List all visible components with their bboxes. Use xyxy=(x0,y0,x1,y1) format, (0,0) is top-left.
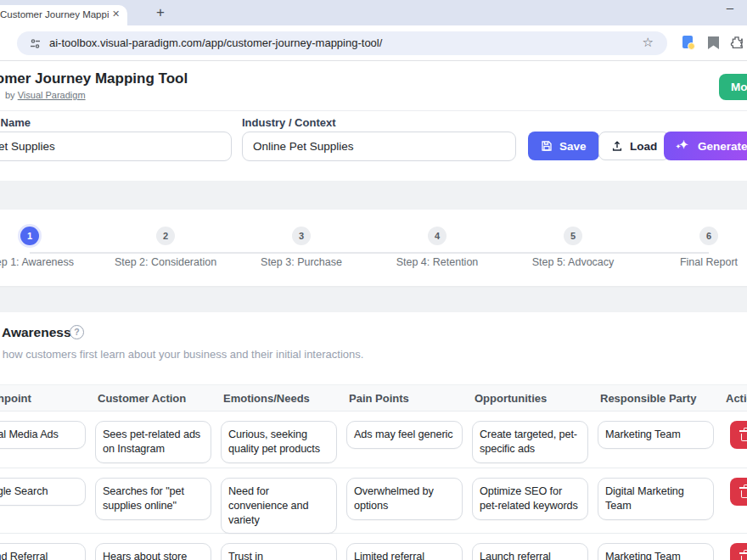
step-4-retention[interactable]: 4 Step 4: Retention xyxy=(369,227,505,268)
upload-icon xyxy=(611,140,623,152)
table-row: Google Search Searches for "pet supplies… xyxy=(0,468,747,534)
new-tab-button[interactable]: + xyxy=(149,2,171,24)
name-input[interactable] xyxy=(0,132,232,161)
pain-points-cell[interactable]: Limited referral xyxy=(346,543,463,560)
extension-icon[interactable] xyxy=(680,35,697,52)
emotions-cell[interactable]: Curious, seeking quality pet products xyxy=(221,421,337,463)
col-opportunities: Opportunities xyxy=(472,385,598,411)
opportunities-cell[interactable]: Create targeted, pet-specific ads xyxy=(472,421,588,463)
stage-card: Awareness ? See how customers first lear… xyxy=(0,312,747,560)
step-6-final-report[interactable]: 6 Final Report xyxy=(641,227,747,268)
step-3-purchase[interactable]: 3 Step 3: Purchase xyxy=(233,227,369,268)
tab-close-icon[interactable]: ✕ xyxy=(112,8,120,20)
table-header-row: Touchpoint Customer Action Emotions/Need… xyxy=(0,384,747,412)
tab-title: Customer Journey Mapping Tool xyxy=(0,9,109,20)
pain-points-cell[interactable]: Overwhelmed by options xyxy=(346,478,463,520)
touchpoint-cell[interactable]: Google Search xyxy=(0,478,86,506)
section-gap xyxy=(0,286,747,312)
help-icon[interactable]: ? xyxy=(70,325,84,339)
step-5-advocacy[interactable]: 5 Step 5: Advocacy xyxy=(505,227,641,268)
industry-label: Industry / Context xyxy=(242,116,336,129)
customer-action-cell[interactable]: Hears about store xyxy=(95,543,211,560)
responsible-party-cell[interactable]: Marketing Team xyxy=(598,421,714,449)
touchpoint-cell[interactable]: Social Media Ads xyxy=(0,421,86,449)
name-label: Map Name xyxy=(0,116,31,129)
step-1-awareness[interactable]: 1 Step 1: Awareness xyxy=(0,227,98,268)
opportunities-cell[interactable]: Launch referral xyxy=(472,543,588,560)
trash-icon xyxy=(741,434,747,441)
app-header: Customer Journey Mapping Tool by Visual … xyxy=(0,62,747,111)
col-emotions-needs: Emotions/Needs xyxy=(221,385,346,411)
generate-with-ai-button[interactable]: ✦ ✦ Generate with AI xyxy=(664,132,747,160)
emotions-cell[interactable]: Trust in xyxy=(221,543,337,560)
tab-strip: Customer Journey Mapping Tool ✕ + – xyxy=(0,0,747,25)
form-section: Map Name Industry / Context Save Load xyxy=(0,111,747,181)
save-button[interactable]: Save xyxy=(528,132,599,160)
browser-tab[interactable]: Customer Journey Mapping Tool ✕ xyxy=(0,5,127,25)
emotions-cell[interactable]: Need for convenience and variety xyxy=(221,478,337,534)
delete-row-button[interactable] xyxy=(730,421,747,449)
url-text: ai-toolbox.visual-paradigm.com/app/custo… xyxy=(49,36,382,49)
table-row: Social Media Ads Sees pet-related ads on… xyxy=(0,412,747,468)
responsible-party-cell[interactable]: Digital Marketing Team xyxy=(598,478,714,520)
byline: by Visual Paradigm xyxy=(5,90,86,100)
reload-icon[interactable]: ↻ xyxy=(0,36,1,51)
pain-points-cell[interactable]: Ads may feel generic xyxy=(346,421,463,449)
trash-icon xyxy=(741,490,747,498)
responsible-party-cell[interactable]: Marketing Team xyxy=(598,543,714,560)
extensions-puzzle-icon[interactable] xyxy=(729,35,746,52)
browser-toolbar: ↻ ai-toolbox.visual-paradigm.com/app/cus… xyxy=(0,25,747,61)
visual-paradigm-link[interactable]: Visual Paradigm xyxy=(18,90,86,100)
col-actions: Actions xyxy=(723,385,747,411)
col-pain-points: Pain Points xyxy=(346,385,472,411)
step-2-consideration[interactable]: 2 Step 2: Consideration xyxy=(98,227,233,268)
col-touchpoint: Touchpoint xyxy=(0,385,95,411)
stage-description: See how customers first learn about your… xyxy=(0,348,363,361)
stage-title: Awareness xyxy=(2,325,71,340)
touchpoint-cell[interactable]: Friend Referral xyxy=(0,543,86,560)
more-button[interactable]: More xyxy=(719,74,747,100)
load-button[interactable]: Load xyxy=(598,132,670,160)
customer-action-cell[interactable]: Sees pet-related ads on Instagram xyxy=(95,421,211,463)
page-title: Customer Journey Mapping Tool xyxy=(0,70,188,87)
site-settings-icon[interactable] xyxy=(29,37,42,53)
stepper: 1 Step 1: Awareness 2 Step 2: Considerat… xyxy=(0,227,747,268)
page-canvas: Customer Journey Mapping Tool by Visual … xyxy=(0,62,747,560)
section-gap xyxy=(0,181,747,210)
col-responsible-party: Responsible Party xyxy=(598,385,723,411)
delete-row-button[interactable] xyxy=(730,478,747,506)
customer-action-cell[interactable]: Searches for "pet supplies online" xyxy=(95,478,211,520)
sparkles-icon: ✦ ✦ xyxy=(677,139,691,153)
save-icon xyxy=(541,140,553,152)
bookmark-flag-icon[interactable] xyxy=(705,35,722,52)
delete-row-button[interactable] xyxy=(730,543,747,560)
browser-window: Customer Journey Mapping Tool ✕ + – ↻ ai… xyxy=(0,0,747,560)
stepper-card: 1 Step 1: Awareness 2 Step 2: Considerat… xyxy=(0,210,747,286)
industry-input[interactable] xyxy=(242,132,516,161)
window-minimize-button[interactable]: – xyxy=(722,0,739,14)
bookmark-star-icon[interactable]: ☆ xyxy=(643,35,654,50)
table-row: Friend Referral Hears about store Trust … xyxy=(0,534,747,560)
col-customer-action: Customer Action xyxy=(95,385,221,411)
page-viewport: Customer Journey Mapping Tool by Visual … xyxy=(0,62,747,560)
trash-icon xyxy=(741,556,747,560)
opportunities-cell[interactable]: Optimize SEO for pet-related keywords xyxy=(472,478,588,520)
address-bar[interactable]: ai-toolbox.visual-paradigm.com/app/custo… xyxy=(17,31,667,55)
